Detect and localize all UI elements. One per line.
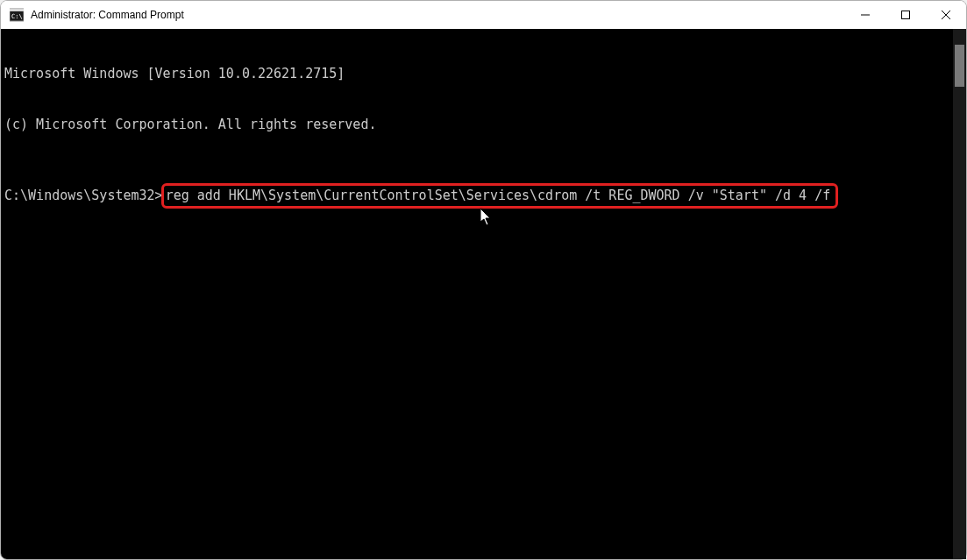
close-button[interactable] xyxy=(926,1,966,29)
terminal-prompt-line: C:\Windows\System32>reg add HKLM\System\… xyxy=(4,183,961,209)
terminal-prompt: C:\Windows\System32> xyxy=(4,188,163,204)
terminal-output-line: Microsoft Windows [Version 10.0.22621.27… xyxy=(4,66,961,82)
scrollbar-thumb[interactable] xyxy=(955,45,964,87)
maximize-button[interactable] xyxy=(885,1,926,29)
terminal-command-text: reg add HKLM\System\CurrentControlSet\Se… xyxy=(166,188,831,203)
terminal-output-line: (c) Microsoft Corporation. All rights re… xyxy=(4,117,961,133)
terminal-area[interactable]: Microsoft Windows [Version 10.0.22621.27… xyxy=(1,29,966,559)
vertical-scrollbar[interactable] xyxy=(953,29,966,559)
window-title: Administrator: Command Prompt xyxy=(31,9,845,21)
highlighted-command: reg add HKLM\System\CurrentControlSet\Se… xyxy=(161,183,839,209)
titlebar[interactable]: C:\ Administrator: Command Prompt xyxy=(1,1,966,29)
svg-text:C:\: C:\ xyxy=(11,13,23,20)
command-prompt-window: C:\ Administrator: Command Prompt Micros… xyxy=(0,0,967,560)
svg-rect-1 xyxy=(10,9,24,11)
svg-rect-4 xyxy=(902,11,910,19)
cmd-icon: C:\ xyxy=(10,8,24,22)
minimize-button[interactable] xyxy=(845,1,885,29)
window-controls xyxy=(845,1,966,29)
